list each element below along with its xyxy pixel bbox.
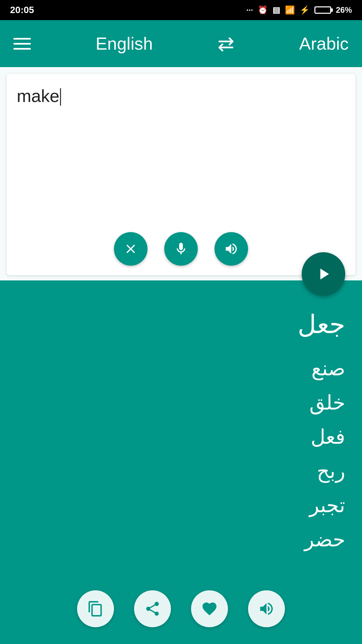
speak-output-button[interactable] <box>248 590 285 627</box>
output-action-buttons <box>77 590 285 627</box>
output-section: جعل صنعخلقفعلربحتجبرحضر <box>0 280 362 644</box>
share-button[interactable] <box>134 590 171 627</box>
menu-line-1 <box>13 38 31 40</box>
swap-languages-button[interactable] <box>218 32 234 55</box>
sim-icon: ▤ <box>273 5 280 15</box>
text-cursor <box>60 88 61 106</box>
mic-icon <box>174 241 188 256</box>
send-icon <box>314 265 333 283</box>
dots-icon: ··· <box>246 5 253 15</box>
battery-percent: 26% <box>336 5 352 15</box>
menu-button[interactable] <box>13 38 31 50</box>
translated-text-container: جعل صنعخلقفعلربحتجبرحضر <box>10 304 352 557</box>
input-text: make <box>17 86 59 106</box>
translate-button[interactable] <box>302 252 345 296</box>
status-time: 20:05 <box>10 5 34 15</box>
microphone-button[interactable] <box>164 232 198 266</box>
battery-bar <box>314 6 331 14</box>
translated-alt-words: صنعخلقفعلربحتجبرحضر <box>10 352 345 557</box>
top-navigation-bar: English Arabic <box>0 20 362 67</box>
x-icon <box>123 241 138 256</box>
menu-line-3 <box>13 48 31 50</box>
main-content: make <box>0 67 362 644</box>
bolt-icon: ⚡ <box>300 5 310 15</box>
status-bar: 20:05 ··· ⏰ ▤ 📶 ⚡ 26% <box>0 0 362 20</box>
input-card: make <box>7 74 355 275</box>
volume-output-icon <box>258 600 275 617</box>
input-section: make <box>0 67 362 280</box>
source-text-display[interactable]: make <box>17 84 345 231</box>
signal-icon: 📶 <box>285 5 295 15</box>
alarm-icon: ⏰ <box>258 5 268 15</box>
source-language-label[interactable]: English <box>96 34 153 54</box>
clear-button[interactable] <box>114 232 147 266</box>
menu-line-2 <box>13 43 31 45</box>
favorite-button[interactable] <box>191 590 228 627</box>
share-icon <box>144 600 161 617</box>
copy-button[interactable] <box>77 590 114 627</box>
copy-icon <box>87 600 104 617</box>
volume-icon <box>224 241 239 256</box>
time-display: 20:05 <box>10 5 34 15</box>
input-action-buttons <box>114 232 248 266</box>
heart-icon <box>201 600 218 617</box>
status-icons: ··· ⏰ ▤ 📶 ⚡ 26% <box>246 5 352 15</box>
speak-input-button[interactable] <box>215 232 248 266</box>
target-language-label[interactable]: Arabic <box>299 34 349 54</box>
translated-main-word: جعل <box>10 304 345 345</box>
